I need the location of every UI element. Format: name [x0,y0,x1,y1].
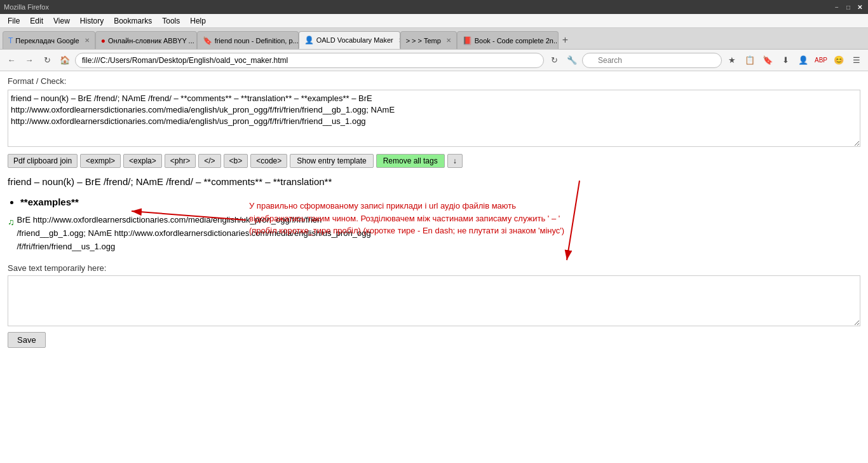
tab-translator-close[interactable]: ✕ [85,37,90,44]
code-button[interactable]: <code> [250,154,287,168]
forward-button[interactable]: → [22,53,37,68]
bookmark-panel-button[interactable]: 📋 [742,53,757,68]
tab-friend-def-label: friend noun - Definition, p... [215,37,299,45]
home-button[interactable]: 🏠 [57,53,72,68]
save-label: Save text temporarily here: [8,263,860,273]
pocket-button[interactable]: 🔖 [760,53,775,68]
menu-bookmarks[interactable]: Bookmarks [109,15,157,27]
save-button[interactable]: Save [8,332,46,348]
search-input[interactable] [582,53,722,68]
tab-temp-close[interactable]: ✕ [446,37,451,44]
back-button[interactable]: ← [4,53,19,68]
expla-button[interactable]: <expla> [123,154,162,168]
tab-translator-label: Перекладач Google [15,37,79,45]
menu-help[interactable]: Help [185,15,211,27]
emoji-button[interactable]: 😊 [831,53,846,68]
phr-button[interactable]: <phr> [165,154,196,168]
main-textarea[interactable]: friend – noun(k) – BrE /frend/; NAmE /fr… [8,90,860,147]
tab-book[interactable]: 📕 Book - Code complete 2n... ✕ [457,31,559,49]
tab-translator-icon: T [8,36,13,45]
menu-tools[interactable]: Tools [157,15,185,27]
arrow-down-button[interactable]: ↓ [447,154,463,168]
download-button[interactable]: ⬇ [778,53,793,68]
title-bar: Mozilla Firefox − □ ✕ [0,0,868,14]
user-button[interactable]: 👤 [796,53,811,68]
tab-abbyy-icon: ● [101,36,105,45]
exmpl-button[interactable]: <exmpl> [80,154,121,168]
tab-book-icon: 📕 [463,36,472,45]
restore-button[interactable]: □ [844,3,853,11]
menu-history[interactable]: History [75,15,109,27]
annotation-text: У правильно сформованому записі приклади… [249,201,564,235]
url-input[interactable] [75,53,544,68]
save-textarea[interactable] [8,275,860,326]
bookmark-star-button[interactable]: ★ [724,53,740,68]
save-section: Save text temporarily here: Save [8,263,860,348]
show-template-button[interactable]: Show entry template [290,154,373,168]
tab-oald-icon: 👤 [304,36,314,45]
remove-tags-button[interactable]: Remove all tags [376,154,445,168]
reload-button[interactable]: ↻ [546,53,562,68]
wrench-button[interactable]: 🔧 [564,53,580,68]
menu-open-button[interactable]: ☰ [849,53,864,68]
refresh-button[interactable]: ↻ [39,53,55,68]
tab-abbyy-label: Онлайн-словник ABBYY ... [108,37,194,45]
pdf-clipboard-button[interactable]: Pdf clipboard join [8,154,78,168]
minimize-button[interactable]: − [832,3,841,11]
menu-file[interactable]: File [3,15,25,27]
slash-button[interactable]: </> [198,154,220,168]
title-text: Mozilla Firefox [4,3,49,11]
menu-edit[interactable]: Edit [25,15,48,27]
tab-temp[interactable]: > > > Temp ✕ [400,31,457,49]
search-wrapper: 🔍 [582,53,722,68]
tab-book-label: Book - Code complete 2n... [475,37,559,45]
preview-wrapper: friend – noun(k) – BrE /frend/; NAmE /fr… [8,174,860,253]
tab-oald-label: OALD Vocabulary Maker [316,36,393,44]
tab-abbyy[interactable]: ● Онлайн-словник ABBYY ... ✕ [95,31,197,49]
annotation-box: У правильно сформованому записі приклади… [249,200,564,237]
tab-temp-label: > > > Temp [406,37,441,45]
address-bar: ← → ↻ 🏠 ↻ 🔧 🔍 ★ 📋 🔖 ⬇ 👤 ABP 😊 ☰ [0,50,868,71]
preview-title: friend – noun(k) – BrE /frend/; NAmE /fr… [8,174,860,190]
tab-oald[interactable]: 👤 OALD Vocabulary Maker ✕ [299,31,400,49]
tab-friend-def[interactable]: 🔖 friend noun - Definition, p... ✕ [197,31,299,49]
format-check-label: Format / Check: [8,76,860,86]
bold-button[interactable]: <b> [224,154,248,168]
title-bar-left: Mozilla Firefox [4,3,49,11]
tab-oald-close[interactable]: ✕ [398,37,400,44]
abp-button[interactable]: ABP [813,53,829,68]
tab-translator[interactable]: T Перекладач Google ✕ [3,31,95,49]
new-tab-button[interactable]: + [559,31,572,49]
toolbar-buttons: Pdf clipboard join <exmpl> <expla> <phr>… [8,154,860,168]
menu-bar: File Edit View History Bookmarks Tools H… [0,14,868,28]
close-button[interactable]: ✕ [855,3,864,11]
audio-icon: ♫ [8,215,15,229]
tab-bar: T Перекладач Google ✕ ● Онлайн-словник A… [0,28,868,50]
page-content: Format / Check: friend – noun(k) – BrE /… [0,71,868,463]
tab-friend-def-icon: 🔖 [203,36,212,45]
menu-view[interactable]: View [48,15,75,27]
title-bar-controls: − □ ✕ [832,3,864,11]
